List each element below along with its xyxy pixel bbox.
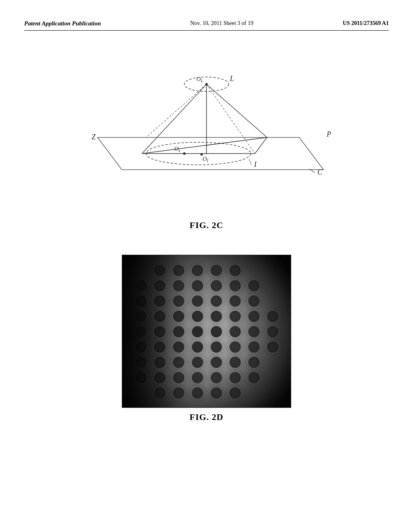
fig2c-svg: Z P C I Oz OI: [65, 57, 348, 214]
fig2d-image: [122, 255, 291, 408]
sheet-info: Nov. 10, 2011 Sheet 3 of 19: [190, 20, 253, 27]
page-header: Patent Application Publication Nov. 10, …: [24, 20, 389, 31]
patent-number: US 2011/273569 A1: [343, 20, 389, 27]
cone-line-left-2: [146, 84, 206, 137]
cone-solid-left: [142, 84, 206, 154]
publication-label: Patent Application Publication: [24, 20, 101, 27]
page: Patent Application Publication Nov. 10, …: [0, 0, 413, 532]
dot-grid-canvas: [122, 255, 291, 408]
cone-solid-right: [206, 84, 267, 137]
cone-line-right-1: [206, 84, 255, 154]
c-label: C: [317, 168, 323, 176]
svg-line-0: [98, 137, 122, 170]
fig2c-diagram: Z P C I Oz OI: [65, 55, 348, 216]
figure-2c-section: Z P C I Oz OI: [24, 55, 389, 231]
l-label: L: [229, 75, 234, 83]
fig2d-label: FIG. 2D: [190, 412, 223, 422]
z-label: Z: [92, 133, 96, 141]
p-label: P: [326, 130, 331, 138]
inner-shape: [142, 137, 267, 154]
fig2c-label: FIG. 2C: [190, 220, 223, 231]
svg-line-3: [249, 159, 252, 165]
svg-line-1: [299, 137, 323, 170]
oi-label: OI: [202, 156, 209, 163]
i-label: I: [254, 160, 257, 168]
figure-2d-section: FIG. 2D: [24, 255, 389, 422]
